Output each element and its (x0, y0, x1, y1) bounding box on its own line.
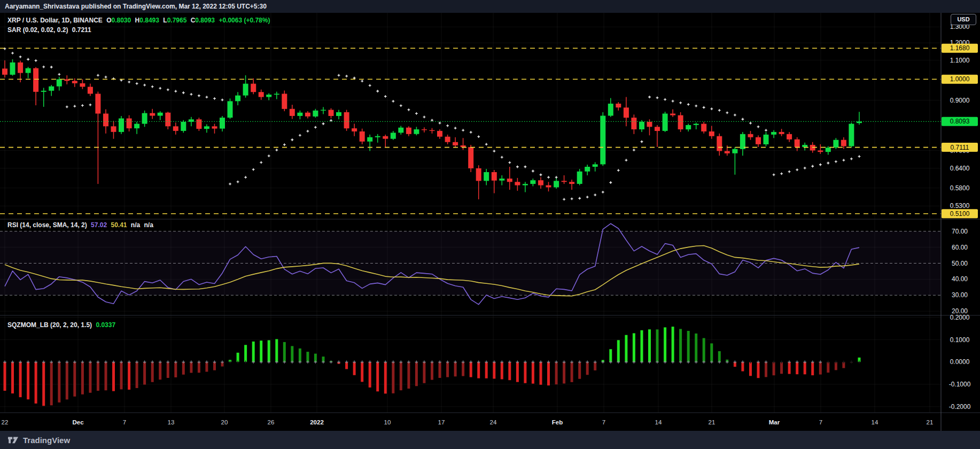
ohlc-l-label: L (163, 17, 167, 24)
svg-text:21: 21 (927, 419, 934, 425)
svg-text:60.00: 60.00 (952, 244, 968, 251)
sqzmom-value: 0.0337 (96, 321, 115, 329)
svg-text:7: 7 (602, 419, 605, 425)
svg-text:30.00: 30.00 (952, 291, 968, 299)
currency-toggle-button[interactable]: USD (951, 14, 976, 25)
svg-text:0.2000: 0.2000 (950, 314, 970, 321)
svg-text:0.5300: 0.5300 (950, 202, 970, 210)
svg-text:7: 7 (819, 419, 822, 425)
ohlc-h-label: H (135, 17, 140, 24)
rsi-title: RSI (14, close, SMA, 14, 2) (7, 221, 87, 229)
rsi-extra2: n/a (144, 221, 153, 229)
svg-text:7: 7 (123, 419, 126, 425)
svg-text:17: 17 (438, 419, 445, 425)
svg-text:26: 26 (268, 419, 275, 425)
svg-text:-0.2000: -0.2000 (949, 403, 971, 411)
svg-text:50.00: 50.00 (952, 260, 968, 267)
tradingview-brand-text[interactable]: TradingView (23, 436, 70, 445)
svg-text:Feb: Feb (552, 419, 563, 425)
sqzmom-legend-row[interactable]: SQZMOM_LB (20, 2, 20, 1.5) 0.0337 (7, 321, 118, 329)
svg-text:0.6400: 0.6400 (950, 165, 970, 172)
change-value: +0.0063 (+0.78%) (219, 17, 270, 24)
svg-text:24: 24 (490, 419, 497, 425)
rsi-extra1: n/a (131, 221, 140, 229)
svg-text:0.1000: 0.1000 (950, 336, 970, 344)
symbol-title: XRP / U.S. Dollar, 1D, BINANCE (7, 17, 103, 24)
svg-text:-0.1000: -0.1000 (949, 381, 971, 388)
svg-text:Mar: Mar (769, 419, 780, 425)
sar-dots-layer (4, 48, 861, 201)
tradingview-published-chart: Aaryamann_Shrivastava published on Tradi… (0, 0, 980, 449)
ohlc-o-label: O (106, 17, 111, 24)
svg-text:Dec: Dec (72, 419, 84, 425)
tradingview-logo-icon[interactable] (7, 435, 19, 445)
svg-text:0.9000: 0.9000 (950, 97, 970, 104)
svg-text:1.1000: 1.1000 (950, 57, 970, 64)
svg-text:22: 22 (2, 419, 9, 425)
rsi-sma-value: 50.41 (111, 221, 127, 229)
grid-vertical (5, 13, 930, 413)
symbol-legend-row[interactable]: XRP / U.S. Dollar, 1D, BINANCE O0.8030 H… (7, 17, 272, 24)
svg-text:20: 20 (221, 419, 228, 425)
sar-value: 0.7211 (72, 26, 91, 34)
sar-legend-row[interactable]: SAR (0.02, 0.02, 0.2) 0.7211 (7, 26, 94, 34)
time-axis-labels[interactable]: 22Dec71320262022101724Feb71421Mar71421 (2, 419, 934, 425)
candles-layer[interactable] (2, 59, 862, 199)
svg-text:0.0000: 0.0000 (950, 358, 970, 366)
sqzmom-histogram-layer (3, 327, 861, 406)
svg-text:14: 14 (655, 419, 662, 425)
rsi-value: 57.02 (91, 221, 107, 229)
svg-text:40.00: 40.00 (952, 275, 968, 283)
sqzmom-title: SQZMOM_LB (20, 2, 20, 1.5) (7, 321, 92, 329)
footer-bar: TradingView (0, 431, 980, 449)
ohlc-l-value: 0.7965 (167, 17, 187, 24)
sar-title: SAR (0.02, 0.02, 0.2) (7, 26, 68, 34)
svg-text:13: 13 (168, 419, 175, 425)
grid-horizontal-price (0, 27, 941, 206)
svg-text:0.8093: 0.8093 (950, 118, 970, 125)
svg-text:0.5100: 0.5100 (950, 210, 970, 218)
ohlc-h-value: 0.8493 (139, 17, 159, 24)
svg-text:70.00: 70.00 (952, 228, 968, 235)
svg-text:0.7111: 0.7111 (951, 144, 969, 151)
svg-text:1.0000: 1.0000 (950, 75, 970, 83)
svg-text:14: 14 (872, 419, 878, 425)
price-scale-labels[interactable]: 1.30001.20001.10000.90000.70000.64000.58… (942, 23, 978, 410)
svg-text:10: 10 (384, 419, 391, 425)
price-level-lines[interactable] (0, 48, 941, 213)
ohlc-o-value: 0.8030 (112, 17, 131, 24)
svg-text:0.5800: 0.5800 (950, 184, 970, 192)
svg-text:2022: 2022 (310, 419, 324, 425)
svg-text:1.1680: 1.1680 (950, 44, 970, 52)
svg-text:21: 21 (709, 419, 715, 425)
ohlc-c-value: 0.8093 (195, 17, 215, 24)
rsi-legend-row[interactable]: RSI (14, close, SMA, 14, 2) 57.02 50.41 … (7, 221, 155, 229)
